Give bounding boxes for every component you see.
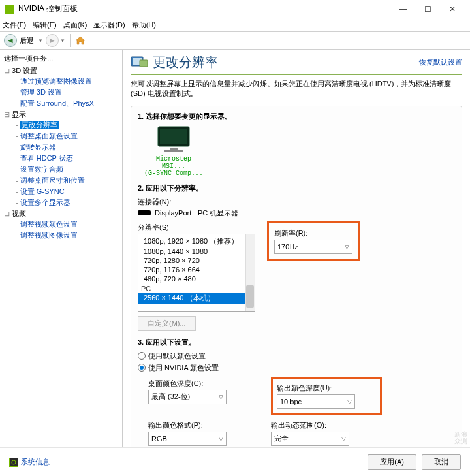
refresh-label: 刷新率(R): (274, 229, 352, 238)
list-item-selected[interactable]: 2560 × 1440 （本机） (138, 293, 255, 304)
list-item[interactable]: 720p, 1176 × 664 (138, 265, 255, 274)
sysinfo-icon (9, 458, 18, 467)
menu-file[interactable]: 文件(F) (3, 20, 26, 30)
refresh-rate-dropdown[interactable]: 170Hz ▽ (274, 240, 352, 254)
title-bar: NVIDIA 控制面板 — ☐ ✕ (0, 0, 470, 18)
resolution-label: 分辨率(S) (138, 223, 255, 232)
footer: 系统信息 应用(A) 取消 (0, 447, 470, 476)
output-depth-dropdown[interactable]: 10 bpc ▽ (277, 394, 355, 409)
list-item[interactable]: 1080p, 1440 × 1080 (138, 247, 255, 256)
connector-value: DisplayPort - PC 机显示器 (155, 208, 238, 218)
list-item[interactable]: 720p, 1280 × 720 (138, 256, 255, 265)
nav-tree: 3D 设置 通过预览调整图像设置 管理 3D 设置 配置 Surround、Ph… (1, 65, 121, 241)
watermark: 新浪 众测 (454, 432, 467, 445)
menu-desktop[interactable]: 桌面(K) (63, 20, 87, 30)
radio-nvidia-color[interactable]: 使用 NVIDIA 颜色设置 (138, 363, 455, 373)
home-icon[interactable] (75, 36, 86, 45)
back-dropdown-icon[interactable]: ▼ (38, 38, 43, 44)
svg-point-7 (12, 460, 16, 464)
maximize-button[interactable]: ☐ (415, 1, 440, 17)
cancel-button[interactable]: 取消 (422, 454, 461, 470)
page-title: 更改分辨率 (153, 54, 419, 71)
forward-button[interactable]: ► (46, 34, 59, 47)
output-format-value: RGB (151, 435, 167, 443)
forward-dropdown-icon[interactable]: ▼ (60, 38, 65, 44)
monitor-icon (154, 125, 193, 154)
apply-button[interactable]: 应用(A) (368, 454, 416, 470)
close-button[interactable]: ✕ (440, 1, 465, 17)
step2-title: 2. 应用以下分辨率。 (138, 183, 455, 193)
desktop-depth-label: 桌面颜色深度(C): (148, 379, 259, 389)
tree-group-display[interactable]: 显示 (4, 110, 26, 118)
tree-item-change-resolution[interactable]: 更改分辨率 (16, 119, 121, 131)
page-header: 更改分辨率 恢复默认设置 (131, 54, 462, 75)
tree-item[interactable]: 配置 Surround、PhysX (16, 98, 121, 109)
chevron-down-icon: ▽ (345, 244, 349, 250)
tree-item[interactable]: 管理 3D 设置 (16, 87, 121, 98)
svg-rect-4 (160, 129, 187, 144)
radio-icon-checked (138, 364, 146, 372)
radio-default-label: 使用默认颜色设置 (148, 351, 206, 361)
step3-title: 3. 应用以下设置。 (138, 338, 455, 347)
section-main: 1. 选择你想要变更的显示器。 Microstep MSI... (G-SYNC… (131, 106, 462, 447)
dynamic-range-label: 输出动态范围(O): (271, 420, 382, 430)
menu-display[interactable]: 显示器(D) (93, 20, 125, 30)
tree-group-3d[interactable]: 3D 设置 (4, 67, 37, 74)
list-category: PC (138, 283, 255, 293)
tree-item[interactable]: 旋转显示器 (16, 142, 121, 153)
tree-item[interactable]: 调整视频颜色设置 (16, 219, 121, 230)
tree-item[interactable]: 查看 HDCP 状态 (16, 153, 121, 164)
tree-item[interactable]: 设置数字音频 (16, 164, 121, 175)
restore-defaults-link[interactable]: 恢复默认设置 (419, 57, 462, 67)
scrollbar-thumb[interactable] (246, 285, 254, 308)
task-title: 选择一项任务... (1, 52, 121, 65)
tree-item[interactable]: 通过预览调整图像设置 (16, 76, 121, 87)
content-pane: 更改分辨率 恢复默认设置 您可以调整屏幕上显示的信息量并减少闪烁。如果您正在使用… (123, 50, 470, 447)
back-button[interactable]: ◄ 后退 ▼ (4, 34, 44, 47)
chevron-down-icon: ▽ (341, 436, 346, 442)
chevron-down-icon: ▽ (347, 398, 352, 405)
system-info-link[interactable]: 系统信息 (21, 457, 50, 467)
tree-item[interactable]: 调整桌面颜色设置 (16, 131, 121, 142)
tree-group-video[interactable]: 视频 (4, 210, 26, 217)
menu-bar: 文件(F) 编辑(E) 桌面(K) 显示器(D) 帮助(H) (0, 18, 470, 31)
tree-item[interactable]: 设置 G-SYNC (16, 186, 121, 197)
output-depth-value: 10 bpc (280, 398, 302, 405)
desktop-depth-dropdown[interactable]: 最高 (32-位) ▽ (148, 390, 227, 404)
svg-rect-2 (140, 60, 148, 67)
page-description: 您可以调整屏幕上显示的信息量并减少闪烁。如果您正在使用高清晰度电视 (HDTV)… (131, 79, 462, 99)
svg-rect-6 (164, 150, 183, 152)
nvidia-icon (5, 5, 14, 14)
minimize-button[interactable]: — (390, 1, 415, 17)
menu-edit[interactable]: 编辑(E) (33, 20, 57, 30)
tree-item[interactable]: 调整桌面尺寸和位置 (16, 175, 121, 186)
dynamic-range-value: 完全 (274, 434, 289, 443)
radio-default-color[interactable]: 使用默认颜色设置 (138, 351, 455, 361)
monitor-option[interactable]: Microstep MSI... (G-SYNC Comp... (144, 125, 203, 177)
list-item[interactable]: 1080p, 1920 × 1080 （推荐） (138, 236, 255, 247)
toolbar-separator (70, 34, 71, 47)
list-item[interactable]: 480p, 720 × 480 (138, 274, 255, 283)
scrollbar[interactable] (245, 234, 255, 311)
desktop-depth-value: 最高 (32-位) (151, 392, 190, 402)
radio-icon (138, 352, 146, 360)
output-format-label: 输出颜色格式(P): (148, 420, 259, 430)
resolution-list[interactable]: 1080p, 1920 × 1080 （推荐） 1080p, 1440 × 10… (138, 234, 255, 312)
customize-button[interactable]: 自定义(M)... (138, 316, 196, 331)
output-depth-label: 输出颜色深度(U): (277, 383, 376, 393)
toolbar: ◄ 后退 ▼ ► ▼ (0, 31, 470, 50)
svg-rect-5 (170, 148, 178, 150)
back-arrow-icon: ◄ (4, 34, 17, 47)
displayport-icon (138, 210, 151, 215)
dynamic-range-dropdown[interactable]: 完全 ▽ (271, 432, 349, 446)
refresh-highlight: 刷新率(R): 170Hz ▽ (267, 221, 360, 261)
tree-item[interactable]: 设置多个显示器 (16, 197, 121, 208)
tree-item[interactable]: 调整视频图像设置 (16, 230, 121, 241)
monitor-name: Microstep MSI... (144, 155, 203, 170)
refresh-value: 170Hz (277, 243, 298, 251)
chevron-down-icon: ▽ (219, 436, 223, 442)
monitor-sub: (G-SYNC Comp... (144, 170, 203, 177)
resolution-page-icon (131, 55, 149, 71)
menu-help[interactable]: 帮助(H) (132, 20, 156, 30)
output-format-dropdown[interactable]: RGB ▽ (148, 432, 227, 446)
